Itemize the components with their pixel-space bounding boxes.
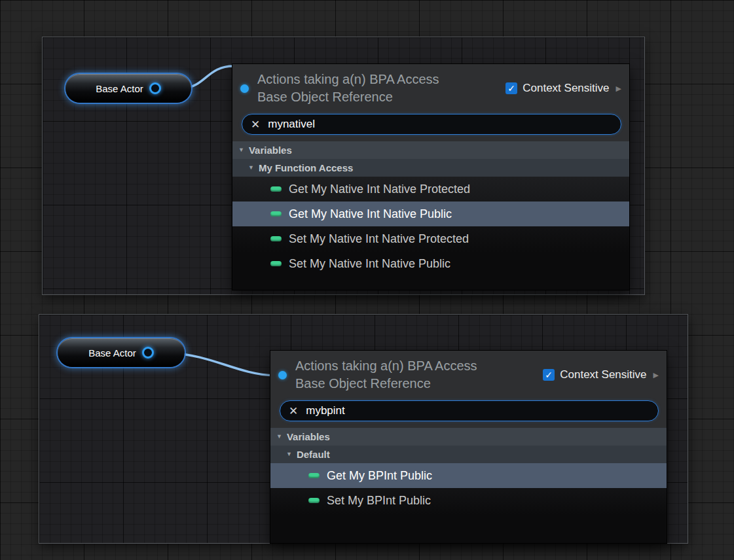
object-pin-icon[interactable]	[142, 347, 154, 359]
variable-pill-icon	[270, 186, 282, 192]
category-row-default[interactable]: ▼ Default	[270, 446, 667, 463]
graph-panel-top: Base Actor Actions taking a(n) BPA Acces…	[43, 37, 644, 294]
action-item-label: Set My Native Int Native Protected	[289, 232, 469, 246]
pin-bullet-icon	[240, 84, 249, 93]
context-sensitive-label[interactable]: Context Sensitive	[523, 82, 609, 95]
action-list-item-selected[interactable]: Get My Native Int Native Public	[232, 201, 629, 226]
object-pin-icon[interactable]	[149, 82, 161, 94]
action-item-label: Set My BPInt Public	[327, 494, 431, 508]
variable-pill-icon	[270, 211, 282, 217]
action-item-label: Set My Native Int Native Public	[289, 257, 450, 271]
menu-title-line2: Base Object Reference	[257, 88, 439, 106]
action-item-label: Get My Native Int Native Public	[289, 207, 452, 221]
category-row-my-function-access[interactable]: ▼ My Function Access	[232, 159, 629, 177]
menu-title: Actions taking a(n) BPA Access Base Obje…	[257, 71, 439, 106]
context-sensitive-checkbox[interactable]: ✓	[505, 82, 517, 94]
action-list: ▼ Variables ▼ My Function Access Get My …	[232, 141, 629, 290]
variable-pill-icon	[270, 236, 282, 241]
node-label: Base Actor	[88, 347, 136, 359]
collapse-triangle-icon: ▼	[286, 451, 292, 457]
category-row-variables[interactable]: ▼ Variables	[270, 428, 667, 446]
action-list-item[interactable]: Set My BPInt Public	[270, 488, 667, 513]
menu-title-line2: Base Object Reference	[295, 375, 477, 393]
blueprint-editor: Base Actor Actions taking a(n) BPA Acces…	[0, 0, 734, 560]
category-row-variables[interactable]: ▼ Variables	[232, 141, 629, 159]
action-list-item[interactable]: Set My Native Int Native Protected	[232, 226, 629, 251]
category-label: Variables	[287, 431, 330, 442]
graph-panel-bottom: Base Actor Actions taking a(n) BPA Acces…	[39, 315, 688, 543]
category-label: Default	[297, 449, 330, 460]
clear-search-icon[interactable]: ✕	[251, 119, 260, 130]
collapse-triangle-icon: ▼	[248, 165, 254, 171]
base-actor-node[interactable]: Base Actor	[65, 74, 191, 103]
menu-title-line1: Actions taking a(n) BPA Access	[257, 71, 439, 88]
search-input[interactable]	[268, 118, 612, 131]
action-item-label: Get My BPInt Public	[327, 469, 432, 483]
menu-header: Actions taking a(n) BPA Access Base Obje…	[232, 64, 629, 141]
context-sensitive-label[interactable]: Context Sensitive	[560, 368, 646, 381]
collapse-triangle-icon: ▼	[238, 147, 244, 153]
clear-search-icon[interactable]: ✕	[289, 406, 298, 417]
context-action-menu: Actions taking a(n) BPA Access Base Obje…	[232, 64, 629, 290]
search-input[interactable]	[306, 404, 650, 417]
context-sensitive-checkbox[interactable]: ✓	[543, 369, 555, 381]
category-label: My Function Access	[259, 162, 353, 173]
base-actor-node[interactable]: Base Actor	[58, 338, 185, 367]
context-action-menu: Actions taking a(n) BPA Access Base Obje…	[270, 351, 667, 543]
variable-pill-icon	[270, 261, 282, 266]
collapse-triangle-icon: ▼	[276, 434, 282, 440]
expander-arrow-icon[interactable]: ▶	[653, 371, 659, 379]
menu-title-line1: Actions taking a(n) BPA Access	[295, 357, 477, 375]
menu-header: Actions taking a(n) BPA Access Base Obje…	[270, 351, 667, 428]
action-list-item-selected[interactable]: Get My BPInt Public	[270, 463, 667, 488]
pin-bullet-icon	[278, 371, 287, 379]
node-label: Base Actor	[96, 83, 143, 94]
expander-arrow-icon[interactable]: ▶	[616, 84, 621, 93]
variable-pill-icon	[308, 473, 320, 478]
action-list: ▼ Variables ▼ Default Get My BPInt Publi…	[270, 428, 667, 543]
variable-pill-icon	[308, 498, 320, 503]
action-item-label: Get My Native Int Native Protected	[289, 183, 470, 196]
category-label: Variables	[249, 145, 292, 156]
search-box[interactable]: ✕	[280, 400, 659, 421]
menu-title: Actions taking a(n) BPA Access Base Obje…	[295, 357, 477, 393]
action-list-item[interactable]: Get My Native Int Native Protected	[232, 177, 629, 201]
action-list-item[interactable]: Set My Native Int Native Public	[232, 251, 629, 276]
search-box[interactable]: ✕	[242, 114, 621, 135]
